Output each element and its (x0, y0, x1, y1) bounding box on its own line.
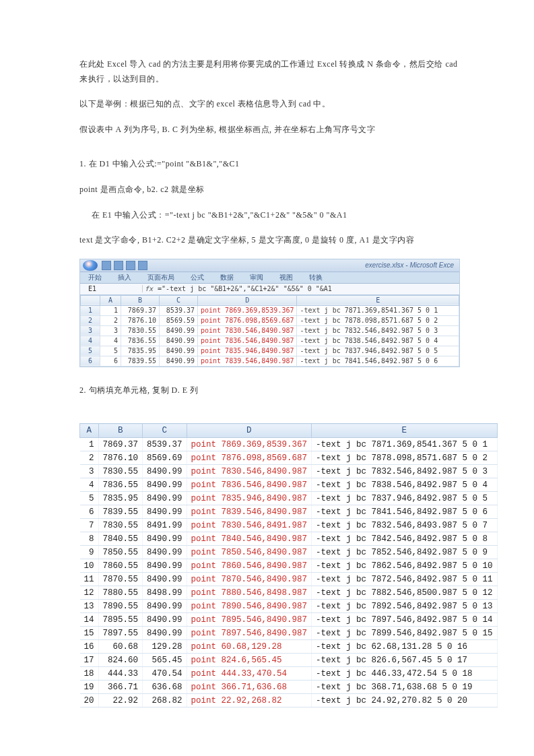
cell: 7 (80, 519, 99, 532)
ribbon-tab: 公式 (182, 273, 212, 282)
cell: 2 (81, 315, 100, 325)
cell: -text j bc 7842.546,8492.987 5 0 8 (312, 532, 498, 546)
cell: 824.60 (98, 654, 143, 667)
ribbon-tab: 页面布局 (139, 273, 182, 282)
cell: 14 (80, 613, 99, 627)
cell: 8490.99 (160, 336, 198, 346)
cell: 6 (81, 356, 100, 366)
paragraph-formula-d1: 1. 在 D1 中输入公式:="point "&B1&","&C1 (79, 157, 460, 172)
mini-col-head (81, 295, 100, 305)
cell: 18 (80, 667, 99, 681)
cell: -text j bc 7897.546,8492.987 5 0 14 (312, 613, 498, 627)
table-row: 77830.558491.99point 7830.546,8491.987-t… (80, 519, 498, 532)
cell: -text j bc 62.68,131.28 5 0 16 (312, 640, 498, 654)
table-row: 667839.558490.99point 7839.546,8490.987-… (81, 356, 459, 366)
cell: 7897.55 (98, 627, 143, 640)
table-row: 87840.558490.99point 7840.546,8490.987-t… (80, 532, 498, 546)
cell: 8490.99 (143, 573, 187, 586)
cell: -text j bc 7878.098,8571.687 5 0 2 (297, 315, 459, 325)
cell: point 7869.369,8539.367 (198, 305, 297, 315)
ribbon-tab: 插入 (110, 273, 139, 282)
big-col-head: C (143, 424, 187, 438)
cell: 565.45 (143, 654, 187, 667)
qat-save-icon (102, 261, 111, 270)
ribbon-tab: 转换 (301, 273, 331, 282)
cell: 12 (80, 586, 99, 600)
cell: point 7836.546,8490.987 (198, 336, 297, 346)
name-box: E1 (80, 285, 143, 292)
cell: 7876.10 (98, 451, 143, 465)
table-row: 127880.558498.99point 7880.546,8498.987-… (80, 586, 498, 600)
cell: -text j bc 7841.546,8492.987 5 0 6 (297, 356, 459, 366)
cell: 2 (100, 315, 121, 325)
cell: -text j bc 7872.546,8492.987 5 0 11 (312, 573, 498, 586)
cell: 6 (80, 505, 99, 519)
table-row: 18444.33470.54point 444.33,470.54-text j… (80, 667, 498, 681)
cell: 7869.37 (98, 438, 143, 451)
cell: point 7839.546,8490.987 (198, 356, 297, 366)
cell: 129.28 (143, 640, 187, 654)
cell: 8 (80, 532, 99, 546)
cell: point 7836.546,8490.987 (187, 478, 312, 492)
cell: point 7835.946,8490.987 (187, 492, 312, 505)
paragraph-formula-e1: 在 E1 中输入公式：="-text j bc "&B1+2&","&C1+2&… (79, 208, 460, 223)
cell: point 7830.546,8490.987 (187, 465, 312, 478)
paragraph-assume: 假设表中 A 列为序号, B. C 列为坐标, 根据坐标画点, 并在坐标右上角写… (79, 123, 460, 137)
table-row: 117869.378539.37point 7869.369,8539.367-… (81, 305, 459, 315)
cell: 10 (80, 559, 99, 573)
formula-bar: ="-text j bc "&B1+2&","&C1+2&" "&5&" 0 "… (155, 285, 459, 292)
cell: 1 (80, 438, 99, 451)
cell: 7850.55 (98, 546, 143, 559)
big-col-head: D (187, 424, 312, 438)
mini-col-head: B (121, 295, 160, 305)
cell: 8490.99 (160, 325, 198, 336)
cell: 4 (100, 336, 121, 346)
cell: -text j bc 7837.946,8492.987 5 0 5 (297, 346, 459, 356)
cell: -text j bc 7882.546,8500.987 5 0 12 (312, 586, 498, 600)
cell: 15 (80, 627, 99, 640)
cell: -text j bc 7832.546,8493.987 5 0 7 (312, 519, 498, 532)
cell: 8490.99 (143, 559, 187, 573)
table-row: 17824.60565.45point 824.6,565.45-text j … (80, 654, 498, 667)
cell: 19 (80, 681, 99, 694)
cell: 7836.55 (98, 478, 143, 492)
cell: 7835.95 (121, 346, 160, 356)
table-row: 147895.558490.99point 7895.546,8490.987-… (80, 613, 498, 627)
cell: point 7870.546,8490.987 (187, 573, 312, 586)
cell: 16 (80, 640, 99, 654)
cell: -text j bc 7841.546,8492.987 5 0 6 (312, 505, 498, 519)
cell: 7830.55 (121, 325, 160, 336)
qat-print-icon (138, 261, 147, 270)
cell: point 60.68,129.28 (187, 640, 312, 654)
cell: point 7897.546,8490.987 (187, 627, 312, 640)
cell: -text j bc 7838.546,8492.987 5 0 4 (297, 336, 459, 346)
paragraph-point-desc: point 是画点命令, b2. c2 就是坐标 (79, 183, 460, 197)
table-row: 37830.558490.99point 7830.546,8490.987-t… (80, 465, 498, 478)
cell: 7840.55 (98, 532, 143, 546)
cell: -text j bc 7871.369,8541.367 5 0 1 (312, 438, 498, 451)
cell: 60.68 (98, 640, 143, 654)
table-row: 57835.958490.99point 7835.946,8490.987-t… (80, 492, 498, 505)
cell: 1 (100, 305, 121, 315)
cell: -text j bc 7899.546,8492.987 5 0 15 (312, 627, 498, 640)
cell: 7836.55 (121, 336, 160, 346)
cell: 8490.99 (143, 465, 187, 478)
table-row: 17869.378539.37point 7869.369,8539.367-t… (80, 438, 498, 451)
mini-col-head: E (297, 295, 459, 305)
big-col-head: B (98, 424, 143, 438)
cell: 470.54 (143, 667, 187, 681)
cell: point 7876.098,8569.687 (187, 451, 312, 465)
office-orb-icon (83, 260, 98, 271)
big-col-head: E (312, 424, 498, 438)
cell: 8490.99 (143, 600, 187, 613)
cell: point 7895.546,8490.987 (187, 613, 312, 627)
mini-grid: ABCDE 117869.378539.37point 7869.369,853… (80, 295, 459, 367)
ribbon-tab: 开始 (80, 273, 110, 282)
cell: -text j bc 368.71,638.68 5 0 19 (312, 681, 498, 694)
cell: -text j bc 7838.546,8492.987 5 0 4 (312, 478, 498, 492)
cell: 7830.55 (98, 465, 143, 478)
paragraph-step2: 2. 句柄填充单元格, 复制 D. E 列 (79, 383, 460, 398)
cell: point 7840.546,8490.987 (187, 532, 312, 546)
cell: point 7835.946,8490.987 (198, 346, 297, 356)
cell: -text j bc 446.33,472.54 5 0 18 (312, 667, 498, 681)
